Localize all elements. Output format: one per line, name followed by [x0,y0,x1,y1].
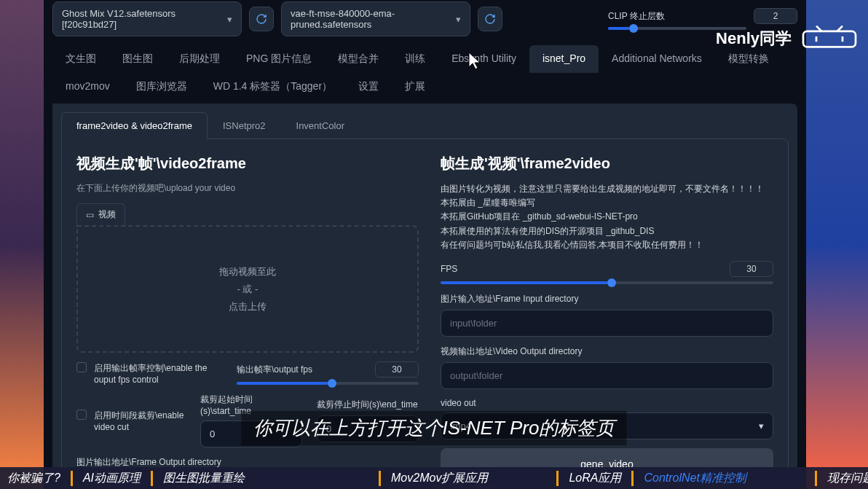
clip-skip-value[interactable]: 2 [754,8,797,24]
v2f-subtitle: 在下面上传你的视频吧\upload your video [76,182,419,195]
vae-select[interactable]: vae-ft-mse-840000-ema-pruned.safetensors… [281,1,470,36]
chevron-down-icon: ▾ [759,420,764,431]
video-out-label: video out [441,398,773,408]
videocut-checkbox[interactable] [76,410,87,420]
chapter-item[interactable]: LoRA应用 [556,471,631,486]
tab-img2img[interactable]: 图生图 [109,45,166,73]
input-dir-label: 图片输入地址\Frame Input directory [441,293,773,305]
subtab-isnetpro2[interactable]: ISNetpro2 [208,112,281,139]
tab-gallery[interactable]: 图库浏览器 [123,73,200,101]
checkpoint-select[interactable]: Ghost Mix V12.safetensors [f20c91bd27] ▾ [52,1,242,36]
tab-extras[interactable]: 后期处理 [166,45,233,73]
chevron-down-icon: ▾ [456,14,461,25]
subtab-inventcolor[interactable]: InventColor [281,112,360,139]
main-tabs: 文生图 图生图 后期处理 PNG 图片信息 模型合并 训练 Ebsynth Ut… [44,42,806,103]
output-fps-slider[interactable] [237,382,419,385]
fps-control-checkbox[interactable] [76,362,87,372]
tab-merge[interactable]: 模型合并 [325,45,392,73]
video-dropzone[interactable]: 拖动视频至此 - 或 - 点击上传 [76,225,419,353]
refresh-vae-button[interactable] [478,7,502,31]
output-fps-label: 输出帧率\output fps [237,364,368,376]
svg-rect-0 [803,31,856,47]
fps-control-label: 启用输出帧率控制\enable the ouput fps control [94,362,222,385]
tab-ebsynth[interactable]: Ebsynth Utility [438,45,529,73]
tab-isnetpro[interactable]: isnet_Pro [529,45,599,73]
chapter-item[interactable]: 图生图批量重绘 [151,471,255,486]
chevron-down-icon: ▾ [227,14,232,25]
slider-knob[interactable] [629,24,638,33]
tab-tagger[interactable]: WD 1.4 标签器（Tagger） [200,73,345,101]
chapter-item[interactable]: 现存问题分析—— [815,471,868,486]
tab-settings[interactable]: 设置 [345,73,392,101]
slider-knob[interactable] [328,379,336,388]
clip-skip-label: CLIP 终止层数 [608,10,748,23]
video-upload-tab[interactable]: ▭ 视频 [76,203,125,225]
frame-output-label: 图片输出地址\Frame Output directory [76,456,419,467]
fps-value[interactable]: 30 [730,261,773,277]
tab-txt2img[interactable]: 文生图 [52,45,109,73]
bilibili-logo [797,22,862,54]
output-fps-value[interactable]: 30 [375,361,419,377]
tab-extensions[interactable]: 扩展 [392,73,438,101]
tab-addnet[interactable]: Additional Networks [599,45,715,73]
tab-train[interactable]: 训练 [392,45,438,73]
tab-mov2mov[interactable]: mov2mov [52,73,123,101]
slider-knob[interactable] [607,278,616,287]
vae-value: vae-ft-mse-840000-ema-pruned.safetensors [291,8,456,30]
chapter-item[interactable]: ControlNet精准控制 [631,471,756,486]
fps-label: FPS [441,264,722,274]
mouse-cursor-icon [466,51,484,74]
tab-pnginfo[interactable]: PNG 图片信息 [233,45,325,73]
subtab-frame2video[interactable]: frame2video & video2frame [61,112,208,139]
videocut-label: 启用时间段裁剪\enable video cut [94,410,186,432]
input-dir-input[interactable]: input\folder [441,310,773,337]
chapter-item[interactable]: Mov2Mov扩展应用 [379,471,498,486]
app-window: Ghost Mix V12.safetensors [f20c91bd27] ▾… [44,0,806,467]
chapter-item[interactable]: AI动画原理 [71,471,151,486]
checkpoint-value: Ghost Mix V12.safetensors [f20c91bd27] [62,8,227,30]
chapter-item[interactable]: 你被骗了? [0,471,71,486]
chapter-bar: 你被骗了? AI动画原理 图生图批量重绘 Mov2Mov扩展应用 LoRA应用 … [0,467,868,489]
video-subtitle: 你可以在上方打开这个IS-NET Pro的标签页 [242,411,627,445]
fps-slider[interactable] [441,281,773,284]
end-time-label: 裁剪停止时间(s)\end_time [317,399,419,411]
output-dir-label: 视频输出地址\Video Output directory [441,345,773,358]
output-dir-input[interactable]: output\folder [441,362,773,389]
gene-video-button[interactable]: gene_video [441,448,773,467]
f2v-title: 帧生成'视频'\frame2video [441,154,773,173]
refresh-ckpt-button[interactable] [249,7,274,31]
video-icon: ▭ [86,210,94,220]
channel-watermark: Nenly同学 [716,28,792,50]
v2f-title: 视频生成'帧'\video2frame [76,154,419,173]
